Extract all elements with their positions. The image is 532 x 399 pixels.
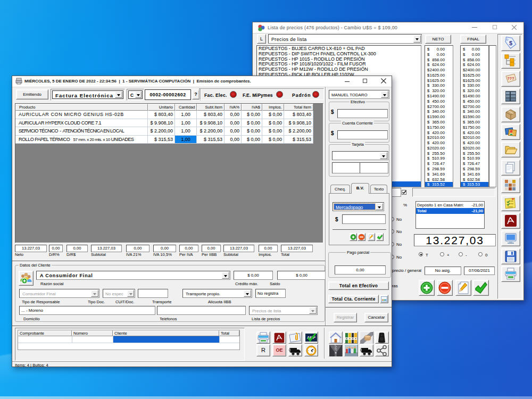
svg-text:???: ??? bbox=[508, 77, 514, 80]
svg-text:$: $ bbox=[509, 40, 512, 46]
